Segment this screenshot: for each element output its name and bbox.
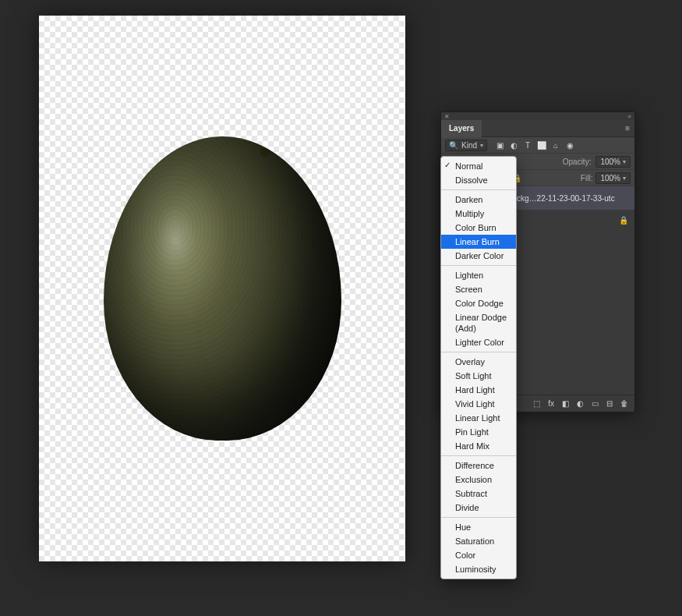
- chevron-down-icon: ▾: [480, 142, 483, 149]
- blend-mode-dissolve[interactable]: Dissolve: [441, 173, 516, 187]
- blend-mode-color-dodge[interactable]: Color Dodge: [441, 296, 516, 310]
- filter-type-icon[interactable]: T: [523, 141, 532, 150]
- blend-mode-menu[interactable]: NormalDissolveDarkenMultiplyColor BurnLi…: [440, 156, 517, 579]
- blend-mode-linear-light[interactable]: Linear Light: [441, 411, 516, 425]
- menu-separator: [441, 265, 516, 266]
- blend-mode-linear-dodge-add-[interactable]: Linear Dodge (Add): [441, 310, 516, 335]
- blend-mode-difference[interactable]: Difference: [441, 458, 516, 473]
- adjustment-icon[interactable]: ◐: [577, 399, 584, 408]
- close-icon[interactable]: ✕: [444, 113, 450, 120]
- kind-filter[interactable]: 🔍 Kind ▾: [445, 140, 487, 151]
- panel-grip[interactable]: ✕ «: [441, 112, 634, 120]
- panel-menu-icon[interactable]: ≡: [620, 124, 634, 133]
- blend-mode-hard-mix[interactable]: Hard Mix: [441, 439, 516, 453]
- menu-separator: [441, 189, 516, 190]
- blend-mode-darken[interactable]: Darken: [441, 193, 516, 207]
- filter-shape-icon[interactable]: ⬜: [537, 141, 546, 150]
- blend-mode-hue[interactable]: Hue: [441, 520, 516, 534]
- blend-mode-overlay[interactable]: Overlay: [441, 355, 516, 369]
- blend-mode-saturation[interactable]: Saturation: [441, 534, 516, 548]
- new-layer-icon[interactable]: ⊟: [606, 399, 613, 408]
- layer-filter-row: 🔍 Kind ▾ ▣ ◐ T ⬜ ⌂ ◉: [441, 137, 634, 154]
- filter-image-icon[interactable]: ▣: [495, 141, 504, 150]
- layer-fx-icon[interactable]: fx: [548, 399, 554, 408]
- menu-separator: [441, 352, 516, 352]
- layers-tab[interactable]: Layers: [441, 120, 482, 137]
- blend-mode-subtract[interactable]: Subtract: [441, 487, 516, 501]
- blend-mode-linear-burn[interactable]: Linear Burn: [441, 235, 516, 249]
- artwork-egg: [104, 136, 341, 441]
- blend-mode-soft-light[interactable]: Soft Light: [441, 369, 516, 383]
- opacity-label: Opacity:: [563, 158, 592, 166]
- fill-value: 100%: [600, 174, 620, 182]
- panel-tabs: Layers ≡: [441, 120, 634, 137]
- layer-mask-icon[interactable]: ◧: [562, 399, 569, 408]
- blend-mode-pin-light[interactable]: Pin Light: [441, 425, 516, 439]
- blend-mode-luminosity[interactable]: Luminosity: [441, 562, 516, 576]
- menu-separator: [441, 517, 516, 518]
- opacity-field[interactable]: 100% ▾: [595, 156, 631, 168]
- delete-layer-icon[interactable]: 🗑: [620, 399, 628, 408]
- blend-mode-exclusion[interactable]: Exclusion: [441, 473, 516, 487]
- filter-icons: ▣ ◐ T ⬜ ⌂ ◉: [495, 141, 574, 150]
- blend-mode-color-burn[interactable]: Color Burn: [441, 221, 516, 235]
- chevron-down-icon: ▾: [623, 175, 626, 182]
- blend-mode-color[interactable]: Color: [441, 548, 516, 562]
- search-icon: 🔍: [449, 141, 458, 150]
- blend-mode-divide[interactable]: Divide: [441, 501, 516, 515]
- fill-label: Fill:: [581, 174, 593, 182]
- blend-mode-multiply[interactable]: Multiply: [441, 207, 516, 221]
- filter-artboard-icon[interactable]: ◉: [565, 141, 574, 150]
- blend-mode-darker-color[interactable]: Darker Color: [441, 249, 516, 263]
- blend-mode-hard-light[interactable]: Hard Light: [441, 383, 516, 397]
- blend-mode-normal[interactable]: Normal: [441, 159, 516, 173]
- blend-mode-screen[interactable]: Screen: [441, 282, 516, 296]
- filter-smart-icon[interactable]: ⌂: [551, 141, 560, 150]
- chevron-down-icon: ▾: [623, 158, 626, 165]
- blend-mode-lighter-color[interactable]: Lighter Color: [441, 335, 516, 349]
- blend-mode-lighten[interactable]: Lighten: [441, 268, 516, 282]
- blend-mode-vivid-light[interactable]: Vivid Light: [441, 397, 516, 411]
- fill-field[interactable]: 100% ▾: [595, 172, 631, 184]
- kind-label: Kind: [461, 141, 477, 150]
- menu-separator: [441, 455, 516, 456]
- lock-icon: 🔒: [619, 216, 628, 225]
- document-canvas[interactable]: [39, 16, 405, 561]
- link-layers-icon[interactable]: ⬚: [533, 399, 540, 408]
- opacity-value: 100%: [600, 158, 620, 166]
- filter-adjust-icon[interactable]: ◐: [509, 141, 518, 150]
- group-icon[interactable]: ▭: [592, 399, 599, 408]
- collapse-icon[interactable]: «: [628, 113, 631, 120]
